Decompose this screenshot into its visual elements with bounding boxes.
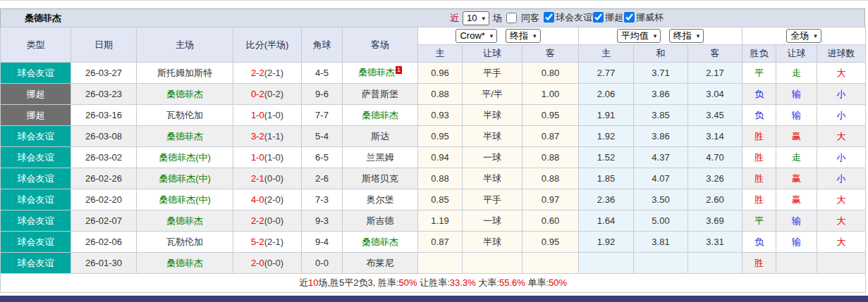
cell-away-team[interactable]: 斯塔贝克 — [343, 168, 418, 189]
cell-avg-home — [579, 253, 634, 274]
odds-provider-select[interactable]: Crow*▾ — [456, 29, 497, 43]
cell-home-team[interactable]: 瓦勒伦加 — [137, 232, 233, 253]
cell-odds-handicap: 平手 — [463, 189, 522, 210]
cell-corners: 9-3 — [302, 210, 343, 232]
cell-avg-away: 3.31 — [688, 232, 742, 253]
table-row: 挪超26-03-23桑德菲杰0-2(0-2)9-6萨普斯堡0.88平/半1.00… — [1, 84, 866, 105]
chevron-down-icon: ▾ — [697, 32, 700, 39]
cell-result-handicap: 输 — [776, 105, 817, 126]
cell-corners: 6-5 — [302, 147, 343, 168]
cell-home-team[interactable]: 桑德菲杰(中) — [137, 168, 233, 189]
cell-avg-draw — [634, 253, 688, 274]
table-row: 球会友谊26-03-02桑德菲杰(中)1-0(1-0)6-5兰黑姆0.94一球0… — [1, 147, 866, 168]
chevron-down-icon: ▾ — [533, 32, 537, 39]
cell-odds-home: 0.93 — [418, 105, 463, 126]
cell-odds-away: 0.88 — [522, 168, 579, 189]
chevron-down-icon: ▾ — [654, 32, 657, 39]
cell-result-handicap: 输 — [776, 84, 817, 105]
odds-stage-select[interactable]: 终指▾ — [506, 29, 541, 43]
cell-odds-home: 0.85 — [418, 189, 463, 210]
cell-home-team[interactable]: 桑德菲杰(中) — [137, 147, 233, 168]
col-header-result-outcome: 胜负 — [742, 45, 776, 63]
filter-controls: 近 10▾ 场 同客 球会友谊挪超挪威杯 — [450, 11, 664, 25]
cell-result-goals: 大 — [817, 232, 866, 253]
cell-corners: 5-4 — [302, 126, 343, 147]
same-away-label: 同客 — [521, 12, 539, 25]
cell-away-team[interactable]: 奥尔堡 — [343, 189, 418, 210]
cell-avg-away: 3.26 — [688, 168, 742, 189]
cell-corners: 9-6 — [302, 84, 343, 105]
cell-odds-handicap: 平/半 — [463, 84, 522, 105]
cell-corners: 7-7 — [302, 105, 343, 126]
cell-date: 26-02-06 — [71, 232, 137, 253]
cell-away-team[interactable]: 兰黑姆 — [343, 147, 418, 168]
filter-item: 挪超 — [592, 11, 623, 24]
filter-checkbox[interactable] — [624, 12, 635, 23]
average-stage-select[interactable]: 终指▾ — [669, 29, 704, 43]
cell-odds-home: 0.95 — [418, 126, 463, 147]
cell-date: 26-03-27 — [71, 63, 137, 84]
table-row: 球会友谊26-02-20桑德菲杰(中)4-0(2-0)7-3奥尔堡0.85平手0… — [1, 189, 866, 210]
average-select[interactable]: 平均值▾ — [617, 29, 661, 43]
cell-date: 26-03-16 — [71, 105, 137, 126]
filter-checkbox[interactable] — [544, 12, 554, 23]
cell-home-team[interactable]: 桑德菲杰(中) — [137, 189, 233, 210]
cell-home-team[interactable]: 桑德菲杰 — [137, 210, 233, 232]
cell-result-outcome: 胜 — [742, 126, 776, 147]
table-row: 球会友谊26-02-06瓦勒伦加5-2(2-1)9-4桑德菲杰0.87半球0.9… — [1, 232, 866, 253]
cell-home-team[interactable]: 桑德菲杰 — [137, 253, 233, 274]
cell-away-team[interactable]: 桑德菲杰 — [343, 105, 418, 126]
cell-home-team[interactable]: 斯托姆加斯特 — [137, 63, 233, 84]
cell-odds-away: 0.95 — [522, 232, 579, 253]
cell-result-outcome: 平 — [742, 63, 776, 84]
cell-away-team[interactable]: 斯达 — [343, 126, 418, 147]
cell-away-team[interactable]: 萨普斯堡 — [343, 84, 418, 105]
cell-score: 3-2(1-1) — [233, 126, 302, 147]
cell-away-team[interactable]: 桑德菲杰 — [343, 232, 418, 253]
cell-odds-handicap: 半球 — [463, 105, 522, 126]
cell-type: 球会友谊 — [1, 168, 71, 189]
cell-score: 2-2(2-1) — [233, 63, 302, 84]
cell-score: 2-2(0-0) — [233, 210, 302, 232]
cell-avg-draw: 3.71 — [634, 63, 688, 84]
table-row: 球会友谊26-02-07桑德菲杰2-2(0-0)9-3斯吉德1.19一球0.60… — [1, 210, 866, 232]
cell-result-outcome: 负 — [742, 105, 776, 126]
cell-odds-away: 0.97 — [522, 189, 579, 210]
cell-odds-away: 1.00 — [522, 84, 579, 105]
cell-result-handicap: 赢 — [776, 189, 817, 210]
same-away-checkbox[interactable] — [506, 13, 517, 23]
cell-away-team[interactable]: 桑德菲杰1 — [343, 63, 418, 84]
recent-count-select[interactable]: 10▾ — [463, 11, 489, 25]
cell-odds-home: 0.87 — [418, 232, 463, 253]
filter-checkbox[interactable] — [593, 12, 604, 23]
cell-type: 球会友谊 — [1, 63, 71, 84]
cell-avg-home: 1.52 — [579, 147, 634, 168]
cell-result-outcome: 胜 — [742, 253, 776, 274]
cell-home-team[interactable]: 桑德菲杰 — [137, 84, 233, 105]
cell-score: 5-2(2-1) — [233, 232, 302, 253]
cell-corners: 2-6 — [302, 168, 343, 189]
cell-avg-draw: 3.50 — [634, 189, 688, 210]
cell-type: 挪超 — [1, 84, 71, 105]
filter-item: 球会友谊 — [543, 11, 592, 24]
cell-score: 0-2(0-2) — [233, 84, 302, 105]
cell-result-handicap: 赢 — [776, 168, 817, 189]
chevron-down-icon: ▾ — [490, 32, 494, 39]
cell-type: 球会友谊 — [1, 232, 71, 253]
cell-odds-handicap: 半球 — [463, 232, 522, 253]
cell-away-team[interactable]: 布莱尼 — [343, 253, 418, 274]
filter-item: 挪威杯 — [623, 11, 664, 24]
cell-away-team[interactable]: 斯吉德 — [343, 210, 418, 232]
cell-date: 26-03-02 — [71, 147, 137, 168]
col-header-corners: 角球 — [302, 27, 343, 63]
cell-corners: 9-4 — [302, 232, 343, 253]
cell-home-team[interactable]: 瓦勒伦加 — [137, 105, 233, 126]
scope-select[interactable]: 全场▾ — [786, 29, 821, 43]
cell-result-handicap: 走 — [776, 63, 817, 84]
cell-odds-away — [522, 253, 579, 274]
cell-home-team[interactable]: 桑德菲杰 — [137, 126, 233, 147]
cell-odds-home: 0.88 — [418, 168, 463, 189]
cell-avg-draw: 4.07 — [634, 168, 688, 189]
cell-odds-away: 0.87 — [522, 126, 579, 147]
cell-avg-draw: 4.37 — [634, 147, 688, 168]
